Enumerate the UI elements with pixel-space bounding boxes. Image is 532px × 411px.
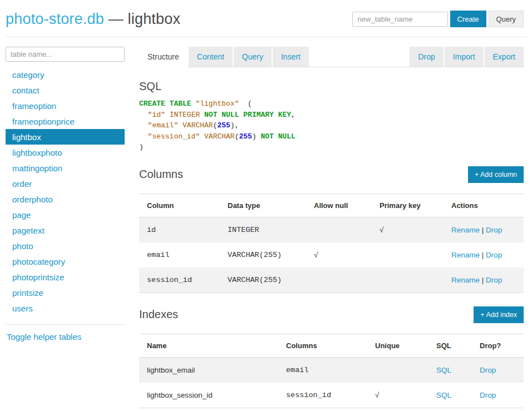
sidebar-item-photocategory[interactable]: photocategory (6, 254, 125, 269)
tab-structure[interactable]: Structure (139, 47, 188, 67)
columns-table-header: Data type (220, 194, 306, 217)
column-row: emailVARCHAR(255)√Rename | Drop (139, 242, 524, 268)
indexes-table-header: Drop? (472, 334, 524, 357)
sql-token (200, 132, 204, 141)
sidebar-item-contact[interactable]: contact (6, 82, 125, 98)
table-link[interactable]: frameoption (6, 100, 125, 112)
columns-table-header: Primary key (372, 194, 444, 217)
table-filter-input[interactable] (6, 47, 125, 62)
indexes-heading: Indexes (139, 308, 178, 321)
query-button[interactable]: Query (489, 11, 524, 27)
actions-cell: Rename | Drop (444, 242, 524, 268)
table-link[interactable]: lightboxphoto (6, 146, 125, 159)
sidebar-item-lightbox[interactable]: lightbox (6, 129, 125, 145)
sql-token: CREATE TABLE (139, 100, 191, 108)
drop-link[interactable]: Drop (480, 391, 496, 399)
column-name-cell: id (139, 217, 220, 242)
sql-link[interactable]: SQL (436, 391, 451, 399)
index-sql-cell: SQL (428, 357, 472, 383)
index-columns-cell: email (278, 357, 367, 383)
table-link[interactable]: photo (6, 240, 125, 252)
sql-heading: SQL (139, 80, 524, 93)
columns-section-head: Columns + Add column (139, 166, 524, 183)
sql-link[interactable]: SQL (436, 366, 451, 374)
add-column-button[interactable]: + Add column (468, 166, 524, 183)
add-index-button[interactable]: + Add index (474, 306, 524, 323)
sql-token: 255 (239, 132, 252, 141)
sql-code-block: CREATE TABLE "lightbox" ( "id" INTEGER N… (139, 98, 524, 153)
table-link[interactable]: photoprintsize (6, 271, 125, 284)
table-link[interactable]: page (6, 209, 125, 221)
column-name-cell: session_id (139, 268, 220, 293)
tab-insert[interactable]: Insert (273, 47, 309, 67)
primary-key-cell: √ (372, 217, 444, 242)
sidebar-item-photo[interactable]: photo (6, 238, 125, 254)
table-link[interactable]: category (6, 68, 125, 81)
indexes-table: NameColumnsUniqueSQLDrop? lightbox_email… (139, 334, 524, 408)
allow-null-cell (306, 268, 372, 293)
page-title: photo-store.db — lightbox (6, 11, 180, 28)
sidebar-item-photoprintsize[interactable]: photoprintsize (6, 269, 125, 285)
sidebar-item-orderphoto[interactable]: orderphoto (6, 191, 125, 207)
tab-export[interactable]: Export (485, 47, 524, 67)
drop-link[interactable]: Drop (480, 366, 496, 374)
primary-key-cell (372, 268, 444, 293)
table-link[interactable]: mattingoption (6, 162, 125, 175)
drop-link[interactable]: Drop (486, 226, 502, 234)
rename-link[interactable]: Rename (451, 251, 480, 259)
rename-link[interactable]: Rename (451, 276, 480, 284)
indexes-table-header: Columns (278, 334, 367, 357)
sidebar-item-category[interactable]: category (6, 67, 125, 82)
sql-token (165, 111, 170, 119)
table-link[interactable]: users (6, 302, 125, 315)
indexes-table-header: Unique (367, 334, 428, 357)
drop-link[interactable]: Drop (486, 251, 502, 259)
tab-drop[interactable]: Drop (410, 47, 443, 67)
sql-token: ) (252, 132, 261, 141)
table-link[interactable]: order (6, 177, 125, 190)
create-button[interactable]: Create (450, 11, 486, 27)
sidebar-item-printsize[interactable]: printsize (6, 285, 125, 300)
sql-token (139, 121, 148, 130)
table-link[interactable]: orderphoto (6, 193, 125, 206)
sidebar-item-frameoptionprice[interactable]: frameoptionprice (6, 113, 125, 129)
sql-token: ( (239, 100, 252, 108)
sidebar-item-lightboxphoto[interactable]: lightboxphoto (6, 145, 125, 160)
sidebar-item-order[interactable]: order (6, 176, 125, 191)
sidebar-item-frameoption[interactable]: frameoption (6, 98, 125, 113)
unique-cell: √ (367, 383, 428, 408)
new-table-input[interactable] (352, 12, 448, 27)
column-row: idINTEGER√Rename | Drop (139, 217, 524, 242)
tab-query[interactable]: Query (234, 47, 272, 67)
toggle-helper-tables-link[interactable]: Toggle helper tables (6, 332, 81, 341)
sql-token: ), (230, 121, 239, 130)
sql-token: ) (139, 143, 144, 151)
table-link[interactable]: contact (6, 84, 125, 97)
column-row: session_idVARCHAR(255)Rename | Drop (139, 268, 524, 293)
data-type-cell: VARCHAR(255) (220, 268, 306, 293)
tab-bar: StructureContentQueryInsert DropImportEx… (139, 47, 524, 67)
sidebar-item-mattingoption[interactable]: mattingoption (6, 160, 125, 176)
table-link[interactable]: frameoptionprice (6, 115, 125, 128)
table-link[interactable]: pagetext (6, 224, 125, 237)
sql-token: NOT NULL PRIMARY KEY (204, 111, 291, 119)
column-name-cell: email (139, 242, 220, 268)
tab-import[interactable]: Import (445, 47, 484, 67)
tab-content[interactable]: Content (189, 47, 233, 67)
indexes-table-header: Name (139, 334, 278, 357)
drop-link[interactable]: Drop (486, 276, 502, 284)
index-name-cell: lightbox_email (139, 357, 278, 383)
table-link[interactable]: photocategory (6, 255, 125, 268)
primary-key-cell (372, 242, 444, 268)
sql-token: VARCHAR (204, 132, 235, 141)
allow-null-cell: √ (306, 242, 372, 268)
rename-link[interactable]: Rename (451, 226, 480, 234)
table-link[interactable]: printsize (6, 286, 125, 299)
sidebar-item-users[interactable]: users (6, 300, 125, 316)
sidebar-item-page[interactable]: page (6, 207, 125, 222)
sidebar-item-pagetext[interactable]: pagetext (6, 222, 125, 238)
table-link[interactable]: lightbox (6, 131, 125, 143)
index-sql-cell: SQL (428, 383, 472, 408)
db-name-link[interactable]: photo-store.db (6, 11, 104, 27)
action-separator: | (480, 226, 486, 234)
